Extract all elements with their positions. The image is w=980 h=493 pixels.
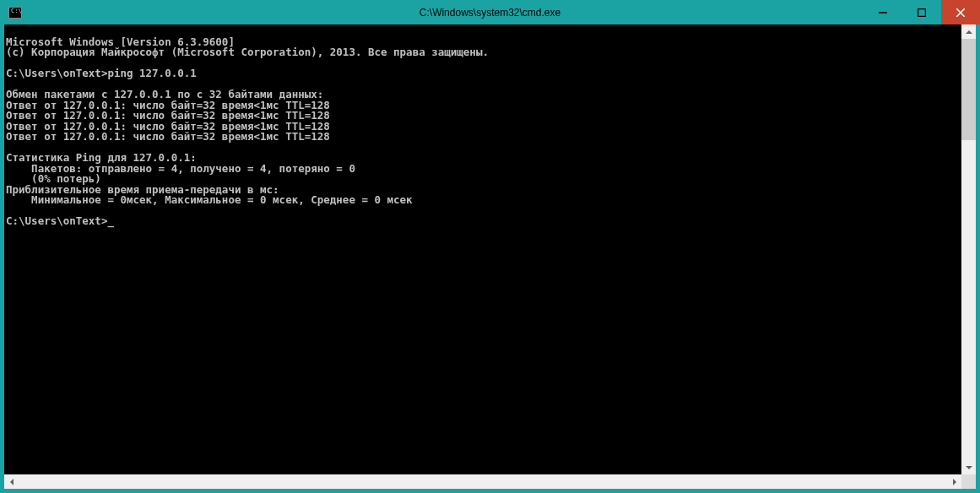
titlebar[interactable]: C:\ C:\Windows\system32\cmd.exe	[0, 0, 980, 24]
horizontal-scroll-track[interactable]	[19, 474, 947, 489]
vertical-scroll-thumb[interactable]	[961, 39, 976, 140]
chevron-down-icon	[966, 466, 972, 469]
chevron-right-icon	[953, 479, 956, 485]
maximize-button[interactable]	[902, 0, 941, 24]
maximize-icon	[918, 8, 926, 17]
chevron-up-icon	[966, 30, 972, 34]
scroll-up-button[interactable]	[961, 24, 976, 39]
app-icon[interactable]: C:\	[8, 7, 22, 19]
horizontal-scroll-thumb[interactable]	[19, 474, 947, 489]
chevron-left-icon	[10, 479, 14, 485]
close-button[interactable]	[941, 0, 980, 24]
vertical-scrollbar[interactable]	[961, 24, 976, 474]
window-controls	[864, 0, 980, 24]
svg-rect-1	[918, 8, 926, 16]
console-area: Microsoft Windows [Version 6.3.9600] (c)…	[4, 24, 976, 489]
scroll-corner	[961, 474, 976, 489]
minimize-icon	[879, 8, 887, 17]
window-title: C:\Windows\system32\cmd.exe	[0, 7, 980, 19]
console-output[interactable]: Microsoft Windows [Version 6.3.9600] (c)…	[4, 35, 976, 479]
scroll-left-button[interactable]	[4, 474, 19, 489]
minimize-button[interactable]	[864, 0, 902, 24]
scroll-down-button[interactable]	[961, 460, 976, 474]
close-icon	[956, 8, 965, 17]
horizontal-scrollbar[interactable]	[4, 474, 961, 489]
vertical-scroll-track[interactable]	[961, 39, 976, 460]
scroll-right-button[interactable]	[947, 474, 961, 489]
